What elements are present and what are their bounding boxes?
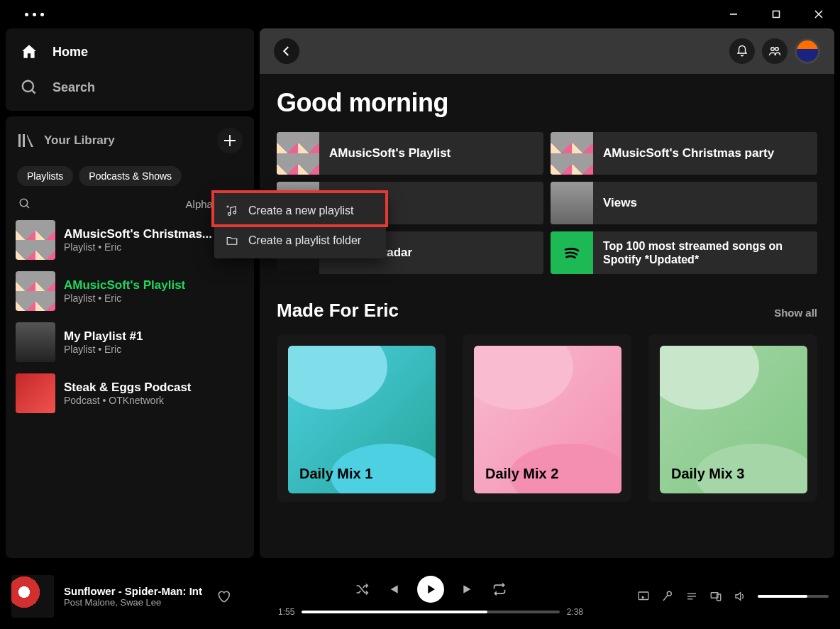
card-cover: [551, 182, 593, 224]
now-playing-view-button[interactable]: [637, 590, 650, 603]
library-header[interactable]: Your Library: [17, 132, 115, 149]
volume-icon: [734, 590, 746, 603]
music-note-plus-icon: [226, 204, 238, 217]
library-item-subtitle: Playlist • Eric: [64, 241, 212, 253]
queue-icon: [685, 590, 698, 603]
window-titlebar: [0, 0, 840, 28]
now-playing-artist[interactable]: Post Malone, Swae Lee: [64, 597, 202, 608]
skip-forward-icon: [461, 582, 475, 596]
maximize-button[interactable]: [762, 4, 790, 25]
nav-search[interactable]: Search: [6, 70, 254, 105]
user-avatar[interactable]: [795, 38, 820, 64]
shortcut-card[interactable]: AMusicSoft's Christmas party: [551, 132, 817, 175]
play-icon: [424, 583, 437, 596]
svg-rect-6: [18, 134, 21, 147]
previous-button[interactable]: [386, 582, 400, 596]
app-menu-dots[interactable]: [7, 13, 44, 16]
volume-bar[interactable]: [758, 595, 829, 598]
svg-point-10: [20, 199, 28, 207]
now-playing-view-icon: [637, 590, 650, 603]
svg-rect-25: [717, 594, 721, 601]
podcast-cover: [16, 373, 55, 413]
back-button[interactable]: [274, 38, 299, 64]
spotify-icon: [559, 240, 585, 266]
playlist-cover: [16, 322, 55, 362]
menu-item-label: Create a playlist folder: [248, 234, 361, 247]
devices-icon: [709, 590, 722, 603]
card-title: Views: [603, 196, 637, 210]
playlist-cover: [16, 271, 55, 311]
progress-fill: [302, 611, 487, 613]
mix-label: Daily Mix 2: [485, 466, 558, 482]
queue-button[interactable]: [685, 590, 698, 603]
sidebar-nav: Home Search: [6, 28, 254, 111]
svg-rect-7: [23, 134, 25, 147]
svg-point-20: [667, 591, 671, 596]
like-button[interactable]: [216, 589, 231, 603]
playlist-cover: [16, 220, 55, 260]
microphone-icon: [661, 590, 674, 603]
card-cover: [551, 231, 593, 274]
show-all-link[interactable]: Show all: [774, 307, 817, 319]
library-item[interactable]: My Playlist #1 Playlist • Eric: [6, 317, 254, 368]
greeting-heading: Good morning: [277, 88, 817, 118]
menu-create-folder[interactable]: Create a playlist folder: [217, 226, 383, 256]
shortcut-card[interactable]: AMusicSoft's Playlist: [277, 132, 543, 175]
lyrics-button[interactable]: [661, 590, 674, 603]
volume-fill: [758, 595, 807, 598]
card-cover: [551, 132, 593, 175]
library-item[interactable]: AMusicSoft's Playlist Playlist • Eric: [6, 266, 254, 317]
heart-icon: [216, 589, 231, 603]
friends-button[interactable]: [762, 38, 788, 64]
shuffle-button[interactable]: [355, 582, 369, 596]
daily-mix-card[interactable]: Daily Mix 2: [463, 334, 631, 502]
library-item-subtitle: Playlist • Eric: [64, 344, 143, 355]
minimize-button[interactable]: [719, 4, 748, 25]
repeat-button[interactable]: [492, 582, 507, 596]
library-item-title: AMusicSoft's Christmas...: [64, 227, 212, 241]
library-item-title: My Playlist #1: [64, 329, 143, 344]
mix-artwork: Daily Mix 2: [474, 346, 621, 493]
notifications-button[interactable]: [729, 38, 755, 64]
svg-rect-1: [773, 11, 780, 18]
library-item-subtitle: Podcast • OTKnetwork: [64, 395, 192, 406]
chip-podcasts[interactable]: Podcasts & Shows: [79, 166, 182, 186]
close-button[interactable]: [805, 4, 833, 25]
nav-home-label: Home: [52, 45, 88, 60]
repeat-icon: [492, 582, 507, 596]
mix-label: Daily Mix 1: [299, 466, 372, 482]
now-playing-cover[interactable]: [11, 575, 54, 618]
mix-artwork: Daily Mix 3: [660, 346, 807, 493]
library-item-title: AMusicSoft's Playlist: [64, 278, 185, 292]
chip-playlists[interactable]: Playlists: [17, 166, 73, 186]
volume-button[interactable]: [734, 590, 746, 603]
card-title: Top 100 most streamed songs on Spotify *…: [603, 239, 817, 266]
section-title: Made For Eric: [277, 300, 399, 322]
daily-mix-card[interactable]: Daily Mix 1: [277, 334, 446, 502]
create-button[interactable]: [217, 128, 243, 153]
daily-mix-card[interactable]: Daily Mix 3: [648, 334, 817, 502]
shortcut-card[interactable]: Views: [551, 182, 817, 224]
search-icon: [20, 78, 38, 97]
next-button[interactable]: [461, 582, 475, 596]
shortcut-card[interactable]: Top 100 most streamed songs on Spotify *…: [551, 231, 817, 274]
menu-create-playlist[interactable]: Create a new playlist: [217, 196, 383, 226]
svg-point-16: [233, 211, 236, 214]
nav-home[interactable]: Home: [6, 34, 254, 70]
library-search-icon[interactable]: [18, 197, 31, 210]
devices-button[interactable]: [709, 590, 722, 603]
mix-label: Daily Mix 3: [671, 466, 744, 482]
elapsed-time: 1:55: [278, 607, 294, 617]
svg-point-15: [228, 213, 231, 216]
library-item-title: Steak & Eggs Podcast: [64, 381, 192, 395]
shuffle-icon: [355, 582, 369, 596]
card-title: AMusicSoft's Christmas party: [603, 146, 774, 160]
create-context-menu: Create a new playlist Create a playlist …: [214, 193, 386, 258]
library-item[interactable]: Steak & Eggs Podcast Podcast • OTKnetwor…: [6, 368, 254, 419]
play-button[interactable]: [417, 576, 444, 603]
progress-bar[interactable]: [302, 611, 559, 613]
plus-icon: [223, 134, 236, 147]
now-playing-title[interactable]: Sunflower - Spider-Man: Int: [64, 585, 202, 597]
player-bar: Sunflower - Spider-Man: Int Post Malone,…: [0, 564, 840, 629]
main-panel: Good morning AMusicSoft's Playlist AMusi…: [260, 28, 834, 558]
